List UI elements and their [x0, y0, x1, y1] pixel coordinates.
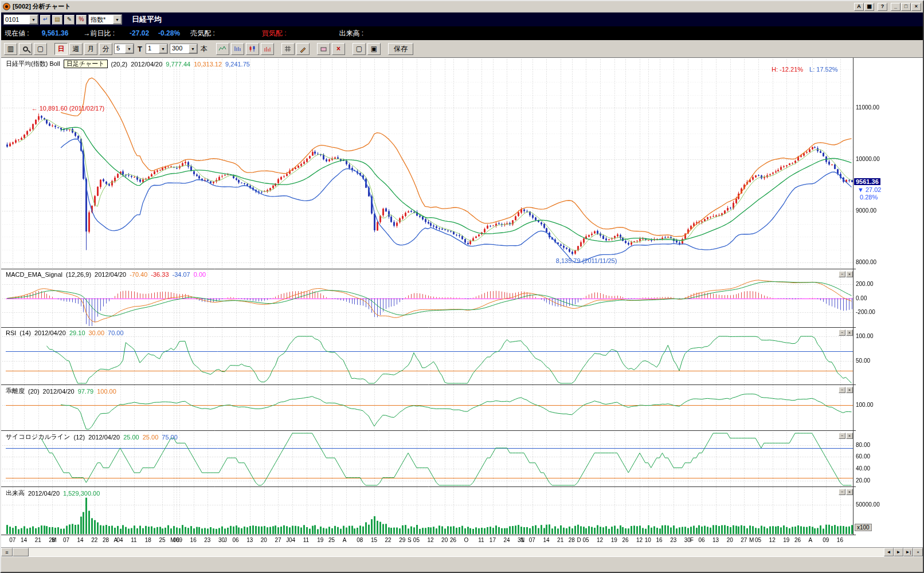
chart-toolbar: ▥ ▢ 日 週 月 分 5 ▼ T 1 ▼ 300 ▼ 本 [1, 40, 923, 58]
bars-dropdown-icon[interactable]: ▼ [189, 44, 197, 53]
bar-chart-button[interactable] [231, 43, 244, 55]
page-copy-button[interactable]: ▣ [367, 43, 381, 55]
x-tick-label: 29 [399, 537, 405, 543]
save-button[interactable]: 保存 [388, 43, 413, 55]
volume-label: 出来高 : [339, 29, 363, 38]
page-prev-button[interactable]: ▢ [353, 43, 366, 55]
chart-settings-button[interactable]: ▥ [4, 43, 17, 55]
watchlist-button[interactable]: ▤ [52, 15, 62, 25]
line-chart-button[interactable] [216, 43, 229, 55]
symbol-name: 日経平均 [132, 14, 162, 25]
x-tick-label: 09 [176, 537, 182, 543]
grid-icon [284, 45, 291, 52]
erase-drawing-button[interactable] [317, 43, 330, 55]
volume-panel-title: 出来高 [6, 489, 25, 497]
maximize-button[interactable]: □ [901, 3, 911, 11]
price-panel-header: 日経平均(指数) Boll 日足チャート (20,2) 2012/04/20 9… [6, 60, 250, 68]
memo-button[interactable]: ✎ [64, 15, 75, 25]
x-tick-label: F [690, 537, 694, 543]
scrollbar-thumb[interactable] [13, 548, 29, 556]
close-button[interactable]: × [911, 3, 921, 11]
x-tick-label: 27 [275, 537, 281, 543]
code-dropdown-icon[interactable]: ▼ [29, 15, 38, 24]
psych-panel-params: (12) [74, 434, 85, 441]
splitter-grip[interactable]: ≡ [1, 548, 13, 556]
scrollbar-track[interactable] [29, 548, 884, 556]
kairi-minimize-button[interactable]: − [839, 387, 845, 393]
macd-value: -70.40 [130, 271, 147, 278]
kairi-panel-params: (20) [28, 388, 40, 395]
enter-button[interactable]: ↵ [40, 15, 50, 25]
psych-value: 25.00 [123, 434, 139, 441]
bars-select[interactable]: 300 [170, 44, 189, 53]
tick-dropdown-icon[interactable]: ▼ [159, 44, 167, 53]
volume-chart-icon [263, 45, 271, 52]
x-tick-label: 24 [503, 537, 510, 543]
scroll-right-button[interactable]: ► [894, 548, 903, 556]
rsi-minimize-button[interactable]: − [839, 329, 845, 336]
rsi-lower-level: 30.00 [89, 329, 105, 336]
x-tick-label: 28 [103, 537, 109, 543]
grid-toggle-button[interactable] [281, 43, 295, 55]
rsi-value: 29.10 [69, 329, 85, 336]
scroll-left-button[interactable]: ◄ [884, 548, 894, 556]
new-page-button[interactable]: ▢ [34, 43, 47, 55]
quote-bar: 現在値 : 9,561.36 →前日比 : -27.02 -0.28% 売気配 … [1, 26, 923, 40]
period-month-button[interactable]: 月 [84, 43, 97, 55]
change-pct-value: -0.28% [158, 29, 180, 37]
price-panel-title: 日経平均(指数) Boll [6, 60, 60, 68]
bid-label: 買気配 : [262, 29, 287, 38]
kairi-close-button[interactable]: × [846, 387, 853, 393]
period-week-button[interactable]: 週 [69, 43, 83, 55]
volume-chart-button[interactable] [261, 43, 274, 55]
x-tick-label: 06 [698, 537, 704, 543]
titlebar[interactable]: [5002] 分析チャート A ▦ ? _ □ × [1, 1, 923, 13]
rsi-panel-params: (14) [19, 329, 31, 336]
index-dropdown-icon[interactable]: ▼ [113, 15, 122, 24]
minimize-button[interactable]: _ [891, 3, 900, 11]
volume-close-button[interactable]: × [846, 489, 853, 495]
kairi-value: 97.79 [78, 388, 94, 395]
x-tick-label: 19 [611, 537, 617, 543]
rsi-close-button[interactable]: × [846, 329, 853, 336]
help-button[interactable]: ? [878, 3, 887, 11]
delete-drawing-button[interactable]: × [332, 43, 345, 55]
x-tick-label: 23 [670, 537, 676, 543]
x-tick-label: N [520, 537, 524, 543]
eraser-icon [320, 46, 327, 52]
period-minute-button[interactable]: 分 [99, 43, 112, 55]
chart-canvas[interactable] [1, 58, 856, 547]
minute-dropdown-icon[interactable]: ▼ [125, 44, 134, 53]
price-panel-params: (20,2) [111, 61, 128, 68]
y-tick-label: 100.00 [856, 402, 874, 408]
index-combo: 指数* ▼ [88, 14, 122, 25]
psych-lower-level: 25.00 [143, 434, 159, 441]
index-select[interactable]: 指数* [89, 15, 113, 24]
y-tick-label: 200.00 [856, 281, 874, 287]
x-tick-label: M [749, 537, 754, 543]
candle-chart-button[interactable] [246, 43, 259, 55]
zoom-button[interactable] [19, 43, 32, 55]
code-input[interactable] [4, 15, 29, 24]
period-day-button[interactable]: 日 [54, 43, 68, 55]
macd-minimize-button[interactable]: − [839, 271, 845, 277]
font-size-button[interactable]: A [854, 3, 864, 11]
chart-close-button[interactable]: × [913, 548, 923, 556]
layout-button[interactable]: ▦ [864, 3, 874, 11]
draw-line-button[interactable] [296, 43, 310, 55]
app-window: [5002] 分析チャート A ▦ ? _ □ × ▼ ↵ ▤ ✎ % 指数* … [0, 0, 924, 573]
time-axis: 07142128M07142228A04111825M0609162330J06… [1, 536, 856, 546]
psych-minimize-button[interactable]: − [839, 433, 845, 439]
macd-close-button[interactable]: × [846, 271, 853, 277]
psych-close-button[interactable]: × [846, 433, 853, 439]
scroll-end-button[interactable]: ►| [903, 548, 913, 556]
minute-select[interactable]: 5 [115, 44, 125, 53]
tick-select[interactable]: 1 [146, 44, 159, 53]
volume-minimize-button[interactable]: − [839, 489, 845, 495]
rate-button[interactable]: % [76, 15, 87, 25]
x-tick-label: 11 [303, 537, 309, 543]
price-panel-date: 2012/04/20 [131, 61, 162, 68]
horizontal-scrollbar[interactable]: ≡ ◄ ► ►| × [1, 547, 923, 556]
low-percent-label: L: 17.52% [809, 66, 838, 73]
current-price-label: 現在値 : [5, 29, 29, 38]
